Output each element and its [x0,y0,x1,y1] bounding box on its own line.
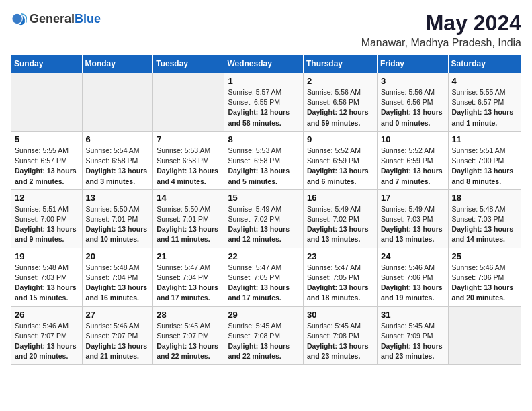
day-number: 26 [15,310,79,320]
day-number: 19 [15,251,79,261]
calendar-header-row: SundayMondayTuesdayWednesdayThursdayFrid… [11,55,521,73]
column-header-sunday: Sunday [11,55,83,73]
day-number: 21 [157,251,220,261]
calendar-week-3: 12Sunrise: 5:51 AMSunset: 7:00 PMDayligh… [11,189,521,248]
day-info: Sunrise: 5:52 AMSunset: 6:59 PMDaylight:… [381,146,445,187]
day-number: 8 [228,134,300,144]
calendar-cell: 6Sunrise: 5:54 AMSunset: 6:58 PMDaylight… [82,131,153,189]
calendar-cell: 22Sunrise: 5:47 AMSunset: 7:05 PMDayligh… [224,248,304,306]
calendar-cell: 4Sunrise: 5:55 AMSunset: 6:57 PMDaylight… [448,73,521,132]
day-number: 16 [307,193,373,203]
day-info: Sunrise: 5:45 AMSunset: 7:07 PMDaylight:… [157,321,220,362]
subtitle: Manawar, Madhya Pradesh, India [361,37,521,49]
calendar-cell: 9Sunrise: 5:52 AMSunset: 6:59 PMDaylight… [304,131,378,189]
column-header-wednesday: Wednesday [224,55,304,73]
column-header-thursday: Thursday [304,55,378,73]
day-number: 29 [228,310,300,320]
day-number: 6 [86,134,150,144]
day-number: 10 [381,134,445,144]
day-info: Sunrise: 5:45 AMSunset: 7:08 PMDaylight:… [228,321,300,362]
day-number: 9 [307,134,373,144]
calendar-cell: 21Sunrise: 5:47 AMSunset: 7:04 PMDayligh… [153,248,224,306]
calendar-cell: 29Sunrise: 5:45 AMSunset: 7:08 PMDayligh… [224,306,304,365]
calendar-cell [153,73,224,132]
day-info: Sunrise: 5:49 AMSunset: 7:03 PMDaylight:… [381,204,445,245]
title-block: May 2024 Manawar, Madhya Pradesh, India [361,11,521,49]
logo-general: General [30,12,75,26]
calendar-table: SundayMondayTuesdayWednesdayThursdayFrid… [11,54,521,365]
logo-blue: Blue [75,12,101,26]
calendar-cell: 5Sunrise: 5:55 AMSunset: 6:57 PMDaylight… [11,131,83,189]
day-info: Sunrise: 5:46 AMSunset: 7:06 PMDaylight:… [381,263,445,304]
day-number: 24 [381,251,445,261]
calendar-cell: 10Sunrise: 5:52 AMSunset: 6:59 PMDayligh… [377,131,448,189]
day-number: 3 [381,76,445,86]
day-number: 13 [86,193,150,203]
day-number: 23 [307,251,373,261]
day-info: Sunrise: 5:46 AMSunset: 7:07 PMDaylight:… [15,321,79,362]
calendar-week-5: 26Sunrise: 5:46 AMSunset: 7:07 PMDayligh… [11,306,521,365]
day-number: 22 [228,251,300,261]
day-info: Sunrise: 5:56 AMSunset: 6:56 PMDaylight:… [381,87,445,128]
column-header-friday: Friday [377,55,448,73]
calendar-week-1: 1Sunrise: 5:57 AMSunset: 6:55 PMDaylight… [11,73,521,132]
day-info: Sunrise: 5:46 AMSunset: 7:06 PMDaylight:… [452,263,517,304]
day-number: 27 [86,310,150,320]
day-number: 5 [15,134,79,144]
main-title: May 2024 [361,11,521,36]
day-number: 4 [452,76,517,86]
calendar-week-4: 19Sunrise: 5:48 AMSunset: 7:03 PMDayligh… [11,248,521,306]
day-info: Sunrise: 5:53 AMSunset: 6:58 PMDaylight:… [157,146,220,187]
calendar-cell: 31Sunrise: 5:45 AMSunset: 7:09 PMDayligh… [377,306,448,365]
day-info: Sunrise: 5:48 AMSunset: 7:03 PMDaylight:… [452,204,517,245]
column-header-monday: Monday [82,55,153,73]
day-info: Sunrise: 5:48 AMSunset: 7:04 PMDaylight:… [86,263,150,304]
svg-point-0 [12,14,21,24]
calendar-cell: 17Sunrise: 5:49 AMSunset: 7:03 PMDayligh… [377,189,448,248]
day-number: 14 [157,193,220,203]
day-info: Sunrise: 5:49 AMSunset: 7:02 PMDaylight:… [307,204,373,245]
calendar-cell: 20Sunrise: 5:48 AMSunset: 7:04 PMDayligh… [82,248,153,306]
day-number: 20 [86,251,150,261]
day-info: Sunrise: 5:46 AMSunset: 7:07 PMDaylight:… [86,321,150,362]
calendar-cell: 15Sunrise: 5:49 AMSunset: 7:02 PMDayligh… [224,189,304,248]
calendar-cell: 7Sunrise: 5:53 AMSunset: 6:58 PMDaylight… [153,131,224,189]
calendar-cell: 25Sunrise: 5:46 AMSunset: 7:06 PMDayligh… [448,248,521,306]
day-info: Sunrise: 5:51 AMSunset: 7:00 PMDaylight:… [15,204,79,245]
calendar-cell: 19Sunrise: 5:48 AMSunset: 7:03 PMDayligh… [11,248,83,306]
day-info: Sunrise: 5:49 AMSunset: 7:02 PMDaylight:… [228,204,300,245]
day-number: 17 [381,193,445,203]
day-info: Sunrise: 5:54 AMSunset: 6:58 PMDaylight:… [86,146,150,187]
calendar-cell: 2Sunrise: 5:56 AMSunset: 6:56 PMDaylight… [304,73,378,132]
day-number: 12 [15,193,79,203]
logo: GeneralBlue [11,11,101,27]
calendar-cell: 24Sunrise: 5:46 AMSunset: 7:06 PMDayligh… [377,248,448,306]
day-number: 28 [157,310,220,320]
day-info: Sunrise: 5:56 AMSunset: 6:56 PMDaylight:… [307,87,373,128]
calendar-cell: 16Sunrise: 5:49 AMSunset: 7:02 PMDayligh… [304,189,378,248]
day-info: Sunrise: 5:55 AMSunset: 6:57 PMDaylight:… [15,146,79,187]
day-number: 7 [157,134,220,144]
day-info: Sunrise: 5:47 AMSunset: 7:05 PMDaylight:… [228,263,300,304]
calendar-cell: 8Sunrise: 5:53 AMSunset: 6:58 PMDaylight… [224,131,304,189]
day-number: 1 [228,76,300,86]
calendar-cell: 27Sunrise: 5:46 AMSunset: 7:07 PMDayligh… [82,306,153,365]
page-header: GeneralBlue May 2024 Manawar, Madhya Pra… [11,11,521,49]
calendar-cell [448,306,521,365]
day-info: Sunrise: 5:45 AMSunset: 7:08 PMDaylight:… [307,321,373,362]
day-info: Sunrise: 5:51 AMSunset: 7:00 PMDaylight:… [452,146,517,187]
day-number: 25 [452,251,517,261]
day-info: Sunrise: 5:50 AMSunset: 7:01 PMDaylight:… [157,204,220,245]
calendar-cell [11,73,83,132]
calendar-cell: 14Sunrise: 5:50 AMSunset: 7:01 PMDayligh… [153,189,224,248]
day-info: Sunrise: 5:53 AMSunset: 6:58 PMDaylight:… [228,146,300,187]
calendar-body: 1Sunrise: 5:57 AMSunset: 6:55 PMDaylight… [11,73,521,365]
calendar-cell: 3Sunrise: 5:56 AMSunset: 6:56 PMDaylight… [377,73,448,132]
column-header-tuesday: Tuesday [153,55,224,73]
day-info: Sunrise: 5:45 AMSunset: 7:09 PMDaylight:… [381,321,445,362]
day-number: 11 [452,134,517,144]
day-info: Sunrise: 5:50 AMSunset: 7:01 PMDaylight:… [86,204,150,245]
day-info: Sunrise: 5:47 AMSunset: 7:05 PMDaylight:… [307,263,373,304]
calendar-cell: 30Sunrise: 5:45 AMSunset: 7:08 PMDayligh… [304,306,378,365]
calendar-cell: 23Sunrise: 5:47 AMSunset: 7:05 PMDayligh… [304,248,378,306]
